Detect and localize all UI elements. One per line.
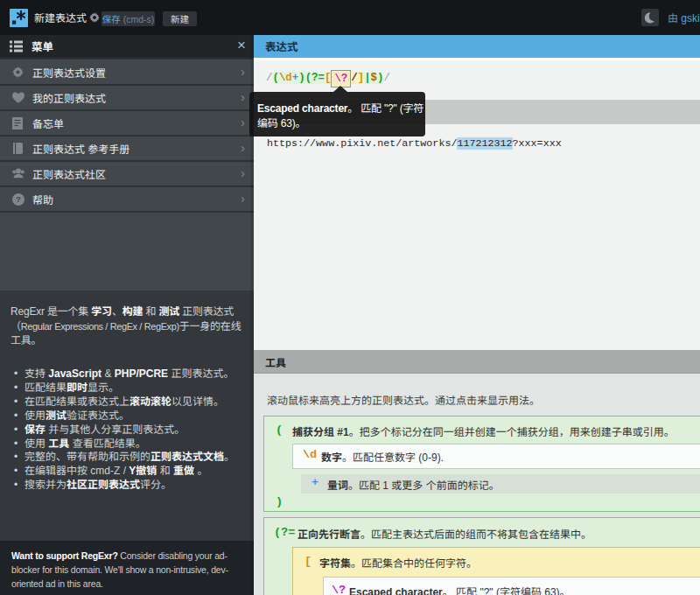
svg-text:?: ? (16, 194, 21, 204)
